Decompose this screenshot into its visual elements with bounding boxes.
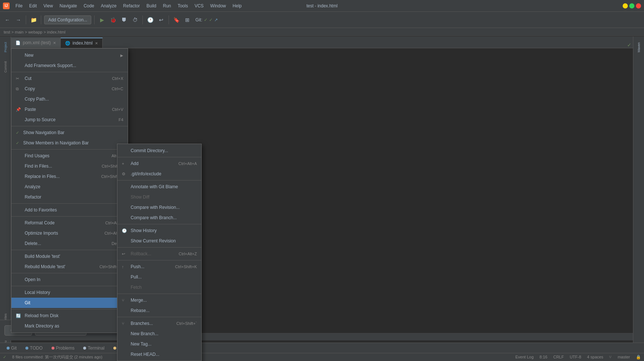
window-title: test - index.html [307, 3, 338, 8]
menu-analyze[interactable]: Analyze [98, 2, 120, 10]
ctx-cut[interactable]: ✂ Cut Ctrl+X [11, 73, 128, 84]
pom-xml-close-icon[interactable]: ✕ [53, 41, 56, 45]
ctx-open-in[interactable]: Open In ▶ [11, 274, 128, 285]
ctx-show-members-nav[interactable]: ✓ Show Members in Navigation Bar [11, 138, 128, 148]
run-icon[interactable]: ▶ [98, 15, 106, 24]
status-event-log[interactable]: Event Log [515, 355, 534, 360]
undo-icon[interactable]: ↩ [157, 15, 166, 24]
maximize-button[interactable] [629, 3, 634, 8]
ctx-mark-directory[interactable]: Mark Directory as ▶ [11, 321, 128, 331]
ctx-copy-shortcut: Ctrl+C [112, 87, 123, 91]
ctx-build-module[interactable]: Build Module 'test' [11, 251, 128, 262]
ctx-replace-in-files[interactable]: Replace in Files... Ctrl+Shift+R [11, 171, 128, 182]
ctx-copy-label: Copy [25, 86, 35, 91]
bottom-tab-problems[interactable]: Problems [48, 344, 78, 352]
git-rebase[interactable]: Rebase... [117, 305, 201, 316]
git-branches-shortcut: Ctrl+Shift+` [176, 321, 197, 326]
frame-icon[interactable]: ⊞ [183, 15, 192, 24]
ctx-reformat[interactable]: Reformat Code Ctrl+Alt+L [11, 218, 128, 228]
menu-vcs[interactable]: VCS [192, 2, 207, 10]
add-configuration-button[interactable]: Add Configuration... [44, 15, 91, 24]
minimize-button[interactable] [623, 3, 628, 8]
git-rebase-label: Rebase... [131, 308, 149, 313]
git-compare-rev-label: Compare with Revision... [131, 205, 180, 210]
git-annotate[interactable]: Annotate with Git Blame [117, 182, 201, 192]
menu-build[interactable]: Build [144, 2, 159, 10]
ctx-sep-8 [11, 286, 128, 286]
bottom-tabs: Git TODO Problems Terminal Build [0, 343, 644, 353]
menu-run[interactable]: Run [160, 2, 174, 10]
terminal-tab-label: Terminal [88, 346, 104, 351]
git-commit-directory[interactable]: Commit Directory... [117, 146, 201, 156]
ctx-find-in-files[interactable]: Find in Files... Ctrl+Shift+F [11, 161, 128, 171]
menu-file[interactable]: File [13, 2, 25, 10]
folder-icon[interactable]: 📁 [29, 15, 38, 24]
bottom-tab-git[interactable]: Git [3, 344, 20, 352]
close-button[interactable] [636, 3, 641, 8]
git-pull[interactable]: Pull... [117, 272, 201, 282]
ctx-analyze[interactable]: Analyze ▶ [11, 182, 128, 192]
git-saved-indicator: ✓ [627, 42, 631, 48]
sidebar-item-maven[interactable]: Maven [634, 38, 644, 56]
git-compare-revision[interactable]: Compare with Revision... [117, 202, 201, 213]
sidebar-item-commit[interactable]: Commit [1, 58, 10, 76]
ctx-refactor[interactable]: Refactor ▶ [11, 192, 128, 202]
git-check2-icon: ✓ [209, 17, 213, 22]
ctx-copy[interactable]: ⧉ Copy Ctrl+C [11, 84, 128, 94]
debug-icon[interactable]: 🐞 [109, 15, 117, 24]
ctx-git[interactable]: Git ▶ [11, 298, 128, 308]
menu-window[interactable]: Window [207, 2, 229, 10]
git-add[interactable]: + Add Ctrl+Alt+A [117, 158, 201, 169]
git-fetch-label: Fetch [131, 285, 142, 290]
menu-code[interactable]: Code [81, 2, 97, 10]
tab-index-html[interactable]: 🌐 index.html ✕ [61, 38, 103, 48]
ctx-add-to-favorites[interactable]: Add to Favorites ▶ [11, 205, 128, 215]
status-vcs-icon: ⑂ [609, 355, 612, 360]
menu-navigate[interactable]: Navigate [57, 2, 80, 10]
ctx-new[interactable]: New ▶ [11, 50, 128, 60]
git-show-history-icon: 🕐 [122, 228, 129, 233]
git-show-history[interactable]: 🕐 Show History [117, 225, 201, 236]
ctx-rebuild-module[interactable]: Rebuild Module 'test' Ctrl+Shift+F9 [11, 262, 128, 272]
git-branches-icon: ⑂ [122, 321, 129, 326]
menu-refactor[interactable]: Refactor [120, 2, 143, 10]
bookmark-icon[interactable]: 🔖 [172, 15, 181, 24]
coverage-icon[interactable]: ⛊ [120, 15, 128, 24]
profile-icon[interactable]: ⏱ [131, 15, 139, 24]
git-compare-branch[interactable]: Compare with Branch... [117, 213, 201, 223]
git-push[interactable]: ↑ Push... Ctrl+Shift+K [117, 262, 201, 272]
index-html-close-icon[interactable]: ✕ [95, 41, 98, 45]
git-show-current-revision[interactable]: Show Current Revision [117, 236, 201, 246]
menu-view[interactable]: View [40, 2, 56, 10]
git-new-tag[interactable]: New Tag... [117, 339, 201, 349]
ctx-find-usages[interactable]: Find Usages Alt+F7 [11, 151, 128, 161]
ctx-new-label: New [25, 53, 33, 58]
bottom-tab-todo[interactable]: TODO [22, 344, 46, 352]
ctx-show-nav-bar[interactable]: ✓ Show Navigation Bar [11, 127, 128, 138]
bottom-tab-terminal[interactable]: Terminal [79, 344, 108, 352]
breadcrumb-text: test > main > webapp > index.html [4, 30, 66, 34]
ctx-delete[interactable]: Delete... Delete [11, 238, 128, 249]
ctx-copy-path[interactable]: Copy Path... [11, 94, 128, 104]
forward-icon[interactable]: → [14, 15, 23, 24]
ctx-local-history-label: Local History [25, 290, 50, 295]
git-new-branch[interactable]: New Branch... [117, 329, 201, 339]
ctx-add-framework[interactable]: Add Framework Support... [11, 60, 128, 71]
menu-edit[interactable]: Edit [26, 2, 40, 10]
history-icon[interactable]: 🕐 [146, 15, 155, 24]
ctx-jump-to-source[interactable]: Jump to Source F4 [11, 115, 128, 125]
git-gitinfo-exclude[interactable]: ⚙ .git/info/exclude [117, 169, 201, 179]
ctx-reload-from-disk[interactable]: 🔄 Reload from Disk [11, 311, 128, 321]
git-add-shortcut: Ctrl+Alt+A [178, 161, 197, 166]
menu-tools[interactable]: Tools [175, 2, 191, 10]
ctx-optimize-imports[interactable]: Optimize Imports Ctrl+Alt+O [11, 228, 128, 238]
git-reset-head[interactable]: Reset HEAD... [117, 349, 201, 360]
sidebar-item-project[interactable]: Project [1, 38, 10, 56]
git-merge[interactable]: ⑂ Merge... [117, 295, 201, 305]
git-branches[interactable]: ⑂ Branches... Ctrl+Shift+` [117, 318, 201, 329]
back-icon[interactable]: ← [3, 15, 12, 24]
ctx-local-history[interactable]: Local History ▶ [11, 287, 128, 298]
ctx-paste[interactable]: 📌 Paste Ctrl+V [11, 104, 128, 115]
tab-pom-xml[interactable]: 📄 pom.xml (test) ✕ [11, 38, 61, 48]
menu-help[interactable]: Help [230, 2, 245, 10]
